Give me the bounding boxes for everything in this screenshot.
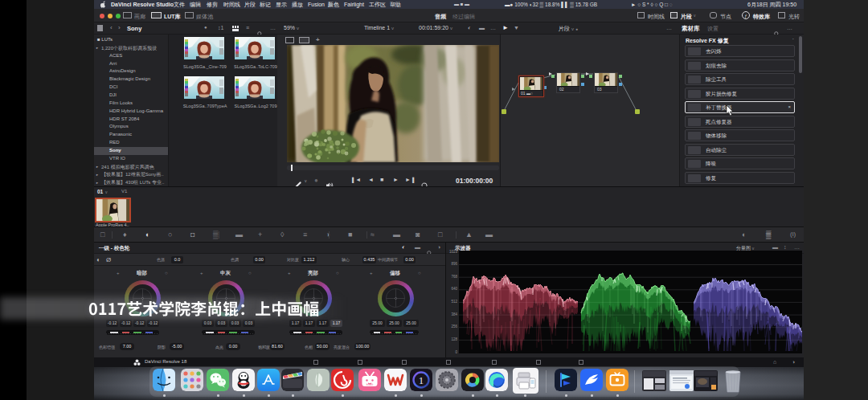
svg-text:1: 1 (419, 374, 424, 386)
svg-text:bilibili: bilibili (366, 383, 374, 386)
